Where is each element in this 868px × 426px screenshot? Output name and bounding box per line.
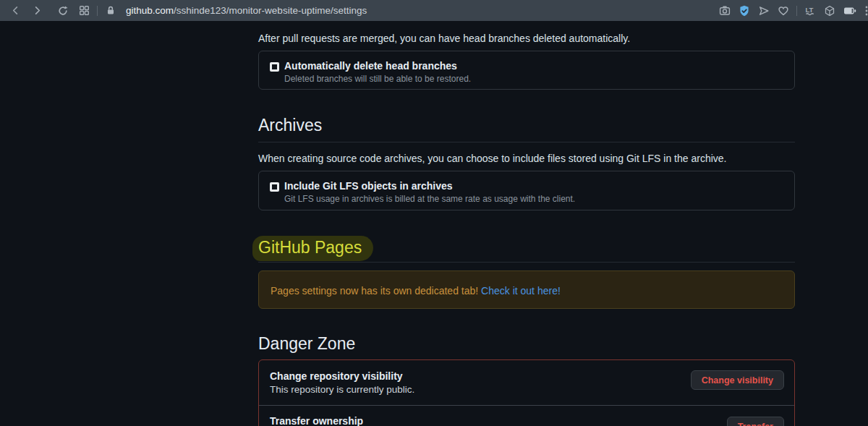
danger-row-divider	[259, 405, 794, 406]
auto-delete-checkbox[interactable]	[270, 62, 279, 72]
archives-note: When creating source code archives, you …	[258, 153, 726, 164]
toolbar-right-icons: LT	[718, 0, 868, 21]
toolbar-separator	[796, 6, 797, 16]
screenshot-camera-icon[interactable]	[718, 4, 731, 17]
extensions-cube-icon[interactable]	[823, 4, 836, 17]
section-divider	[258, 142, 795, 142]
settings-content-column: After pull requests are merged, you can …	[258, 21, 795, 426]
pages-banner-link[interactable]: Check it out here!	[481, 285, 561, 297]
menu-dots-icon[interactable]	[864, 4, 868, 17]
translate-icon[interactable]: LT	[804, 4, 817, 17]
forward-icon[interactable]	[30, 4, 43, 17]
danger-zone-heading: Danger Zone	[258, 334, 355, 354]
transfer-ownership-label: Transfer ownership	[270, 415, 363, 426]
include-lfs-box: Include Git LFS objects in archives Git …	[258, 171, 795, 210]
auto-delete-desc: Deleted branches will still be able to b…	[284, 74, 471, 84]
address-bar[interactable]: github.com/sshinde123/monitor-website-up…	[126, 5, 367, 16]
transfer-button[interactable]: Transfer	[727, 417, 784, 426]
url-path: /sshinde123/monitor-website-uptime/setti…	[174, 5, 367, 16]
battery-icon	[843, 4, 857, 17]
favorites-heart-icon[interactable]	[777, 4, 790, 17]
include-lfs-label: Include Git LFS objects in archives	[284, 180, 453, 192]
pull-requests-note: After pull requests are merged, you can …	[258, 33, 630, 44]
url-domain: github.com	[126, 5, 174, 16]
svg-text:LT: LT	[805, 5, 813, 13]
github-pages-highlight: GitHub Pages	[252, 236, 373, 261]
change-visibility-label: Change repository visibility	[270, 370, 403, 382]
pages-banner-text: Pages settings now has its own dedicated…	[271, 285, 478, 297]
include-lfs-checkbox[interactable]	[270, 182, 279, 192]
toolbar-separator	[97, 6, 98, 16]
change-visibility-desc: This repository is currently public.	[270, 384, 414, 395]
include-lfs-desc: Git LFS usage in archives is billed at t…	[284, 194, 575, 204]
archives-heading: Archives	[258, 116, 322, 135]
change-visibility-button[interactable]: Change visibility	[691, 370, 784, 390]
auto-delete-label: Automatically delete head branches	[284, 60, 457, 72]
danger-zone-box: Change repository visibility This reposi…	[258, 359, 795, 426]
protect-shield-icon[interactable]	[738, 4, 751, 17]
pages-banner: Pages settings now has its own dedicated…	[258, 270, 795, 309]
tabs-grid-icon[interactable]	[77, 4, 90, 17]
back-icon[interactable]	[9, 4, 22, 17]
github-pages-heading: GitHub Pages	[258, 236, 373, 261]
section-divider	[258, 262, 795, 263]
settings-page: After pull requests are merged, you can …	[0, 21, 868, 426]
lock-icon[interactable]	[104, 4, 117, 17]
reload-icon[interactable]	[56, 4, 69, 17]
auto-delete-head-branches-box: Automatically delete head branches Delet…	[258, 51, 795, 90]
browser-toolbar: github.com/sshinde123/monitor-website-up…	[0, 0, 868, 21]
send-icon[interactable]	[757, 4, 770, 17]
